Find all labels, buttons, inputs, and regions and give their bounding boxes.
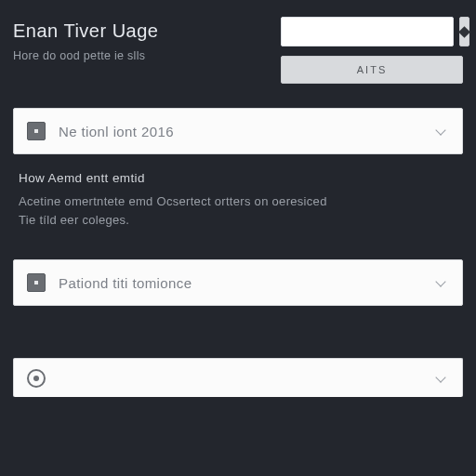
section-line-1: Acetine omertntete emd Ocsertect ortters… [19, 194, 327, 208]
search-row [281, 17, 463, 46]
section-text: How Aemd entt emtid Acetine omertntete e… [19, 171, 457, 230]
section-body: Acetine omertntete emd Ocsertect ortters… [19, 192, 457, 230]
header-controls: AITS [281, 17, 463, 84]
accordion-item-2[interactable]: Pationd titi tomionce [13, 259, 463, 306]
header: Enan Tiver Uage Hore do ood pette ie sll… [13, 17, 463, 84]
page-title: Enan Tiver Uage [13, 20, 158, 42]
header-left: Enan Tiver Uage Hore do ood pette ie sll… [13, 17, 158, 62]
badge-dot-icon [34, 281, 38, 284]
filter-button[interactable]: AITS [281, 56, 463, 84]
circle-icon [27, 369, 46, 388]
square-badge-icon [27, 273, 46, 292]
diamond-icon [458, 26, 470, 38]
chevron-down-icon [434, 125, 447, 138]
accordion-item-3[interactable] [13, 358, 463, 397]
accordion-label: Ne tionl iont 2016 [59, 124, 434, 139]
section-line-2: Tie tíld eer coleges. [19, 213, 129, 227]
search-button[interactable] [459, 17, 469, 46]
section-heading: How Aemd entt emtid [19, 171, 457, 185]
badge-dot-icon [34, 129, 38, 133]
chevron-down-icon [434, 276, 447, 289]
search-input[interactable] [281, 17, 454, 46]
page-subtitle: Hore do ood pette ie slls [13, 49, 158, 62]
chevron-down-icon [434, 372, 447, 385]
square-badge-icon [27, 122, 46, 140]
accordion-label: Pationd titi tomionce [59, 275, 434, 291]
filter-label: AITS [357, 64, 387, 75]
accordion-item-1[interactable]: Ne tionl iont 2016 [13, 108, 463, 154]
